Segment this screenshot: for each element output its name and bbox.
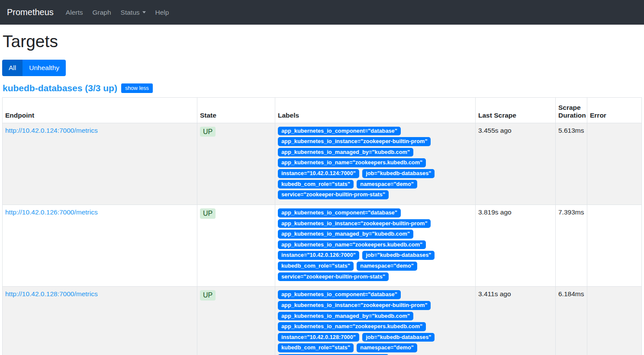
state-cell: UP xyxy=(197,123,275,205)
state-cell: UP xyxy=(197,287,275,355)
caret-down-icon xyxy=(142,11,146,13)
label-badge: app_kubernetes_io_instance="zookeeper-bu… xyxy=(278,219,431,228)
error-cell xyxy=(587,287,642,355)
col-header-scrape-duration: Scrape Duration xyxy=(556,97,587,123)
state-cell: UP xyxy=(197,205,275,286)
label-badge: kubedb_com_role="stats" xyxy=(278,262,354,271)
filter-all-button[interactable]: All xyxy=(2,60,23,76)
state-up-badge: UP xyxy=(200,127,216,137)
nav-link-status-dropdown[interactable]: Status xyxy=(117,5,149,20)
page-title: Targets xyxy=(3,32,642,51)
endpoint-cell: http://10.42.0.124:7000/metrics xyxy=(3,123,197,205)
endpoint-cell: http://10.42.0.128:7000/metrics xyxy=(3,287,197,355)
label-badge: service="zookeeper-builtin-prom-stats" xyxy=(278,190,389,199)
col-header-error: Error xyxy=(587,97,642,123)
nav-item-graph: Graph xyxy=(89,5,117,20)
scrape-duration-cell: 6.184ms xyxy=(556,287,587,355)
targets-table: Endpoint State Labels Last Scrape Scrape… xyxy=(2,97,642,355)
nav-menu: Alerts Graph Status Help xyxy=(62,5,175,20)
brand-link[interactable]: Prometheus xyxy=(7,7,54,17)
label-badge: service="zookeeper-builtin-prom-stats" xyxy=(278,272,389,281)
error-cell xyxy=(587,123,642,205)
job-group-title-link[interactable]: kubedb-databases (3/3 up) xyxy=(3,83,117,93)
label-badge: namespace="demo" xyxy=(357,343,417,352)
label-badge: app_kubernetes_io_name="zookeepers.kubed… xyxy=(278,158,426,167)
last-scrape-cell: 3.455s ago xyxy=(476,123,556,205)
table-header-row: Endpoint State Labels Last Scrape Scrape… xyxy=(3,97,642,123)
nav-link-graph-label: Graph xyxy=(92,9,111,16)
nav-item-help: Help xyxy=(152,5,175,20)
show-less-button[interactable]: show less xyxy=(121,83,153,93)
labels-cell: app_kubernetes_io_component="database" a… xyxy=(275,205,476,286)
col-header-endpoint: Endpoint xyxy=(3,97,197,123)
label-badge: kubedb_com_role="stats" xyxy=(278,343,354,352)
nav-link-alerts[interactable]: Alerts xyxy=(62,5,87,20)
label-badge: kubedb_com_role="stats" xyxy=(278,180,354,189)
label-badge: instance="10.42.0.128:7000" xyxy=(278,333,359,342)
label-badge: app_kubernetes_io_name="zookeepers.kubed… xyxy=(278,240,426,249)
target-row: http://10.42.0.128:7000/metricsUPapp_kub… xyxy=(3,287,642,355)
label-badge: job="kubedb-databases" xyxy=(362,251,435,260)
last-scrape-cell: 3.411s ago xyxy=(476,287,556,355)
state-up-badge: UP xyxy=(200,290,216,301)
error-cell xyxy=(587,205,642,286)
label-badge: namespace="demo" xyxy=(357,262,417,271)
targets-page: Targets All Unhealthy kubedb-databases (… xyxy=(0,32,644,355)
col-header-state: State xyxy=(197,97,275,123)
label-badge: app_kubernetes_io_managed_by="kubedb.com… xyxy=(278,148,413,157)
target-row: http://10.42.0.124:7000/metricsUPapp_kub… xyxy=(3,123,642,205)
endpoint-link[interactable]: http://10.42.0.126:7000/metrics xyxy=(5,208,98,216)
target-filter-group: All Unhealthy xyxy=(2,60,66,76)
nav-link-help[interactable]: Help xyxy=(152,5,173,20)
nav-link-status-label: Status xyxy=(121,9,140,16)
label-badge: job="kubedb-databases" xyxy=(362,169,435,178)
label-badge: app_kubernetes_io_instance="zookeeper-bu… xyxy=(278,137,431,146)
nav-link-graph[interactable]: Graph xyxy=(89,5,114,20)
label-badge: app_kubernetes_io_component="database" xyxy=(278,208,401,217)
nav-item-alerts: Alerts xyxy=(62,5,89,20)
label-badge: app_kubernetes_io_managed_by="kubedb.com… xyxy=(278,230,413,239)
scrape-duration-cell: 7.393ms xyxy=(556,205,587,286)
endpoint-cell: http://10.42.0.126:7000/metrics xyxy=(3,205,197,286)
label-badge: app_kubernetes_io_managed_by="kubedb.com… xyxy=(278,312,413,321)
labels-cell: app_kubernetes_io_component="database" a… xyxy=(275,287,476,355)
label-badge: namespace="demo" xyxy=(357,180,417,189)
label-badge: app_kubernetes_io_instance="zookeeper-bu… xyxy=(278,301,431,310)
label-badge: instance="10.42.0.126:7000" xyxy=(278,251,359,260)
col-header-labels: Labels xyxy=(275,97,476,123)
job-group-header: kubedb-databases (3/3 up) show less xyxy=(3,83,642,93)
state-up-badge: UP xyxy=(200,208,216,219)
label-badge: job="kubedb-databases" xyxy=(362,333,435,342)
labels-cell: app_kubernetes_io_component="database" a… xyxy=(275,123,476,205)
targets-table-body: http://10.42.0.124:7000/metricsUPapp_kub… xyxy=(3,123,642,355)
top-navbar: Prometheus Alerts Graph Status Help xyxy=(0,0,644,25)
col-header-last-scrape: Last Scrape xyxy=(476,97,556,123)
nav-link-alerts-label: Alerts xyxy=(66,9,83,16)
target-row: http://10.42.0.126:7000/metricsUPapp_kub… xyxy=(3,205,642,286)
label-badge: app_kubernetes_io_component="database" xyxy=(278,127,401,136)
last-scrape-cell: 3.819s ago xyxy=(476,205,556,286)
nav-item-status: Status xyxy=(117,5,152,20)
scrape-duration-cell: 5.613ms xyxy=(556,123,587,205)
endpoint-link[interactable]: http://10.42.0.124:7000/metrics xyxy=(5,127,98,134)
endpoint-link[interactable]: http://10.42.0.128:7000/metrics xyxy=(5,290,98,297)
filter-unhealthy-button[interactable]: Unhealthy xyxy=(23,60,66,76)
nav-link-help-label: Help xyxy=(155,9,169,16)
label-badge: app_kubernetes_io_component="database" xyxy=(278,290,401,299)
label-badge: app_kubernetes_io_name="zookeepers.kubed… xyxy=(278,322,426,331)
label-badge: instance="10.42.0.124:7000" xyxy=(278,169,359,178)
